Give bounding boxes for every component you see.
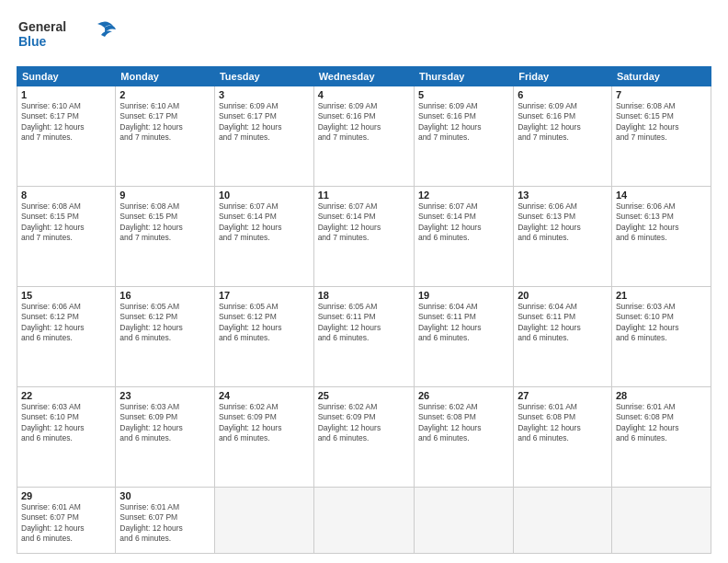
weekday-header-friday: Friday bbox=[514, 67, 612, 86]
day-number: 6 bbox=[518, 89, 608, 100]
calendar-cell: 20Sunrise: 6:04 AMSunset: 6:11 PMDayligh… bbox=[514, 287, 612, 387]
calendar-cell: 23Sunrise: 6:03 AMSunset: 6:09 PMDayligh… bbox=[116, 387, 215, 488]
calendar-week-2: 8Sunrise: 6:08 AMSunset: 6:15 PMDaylight… bbox=[17, 187, 711, 287]
calendar-cell bbox=[611, 488, 711, 554]
calendar-cell: 27Sunrise: 6:01 AMSunset: 6:08 PMDayligh… bbox=[514, 387, 612, 488]
calendar-cell: 1Sunrise: 6:10 AMSunset: 6:17 PMDaylight… bbox=[17, 86, 116, 187]
day-info: Sunrise: 6:10 AMSunset: 6:17 PMDaylight:… bbox=[21, 101, 111, 144]
header: General Blue bbox=[17, 17, 711, 59]
day-info: Sunrise: 6:06 AMSunset: 6:12 PMDaylight:… bbox=[21, 302, 111, 344]
calendar-cell: 28Sunrise: 6:01 AMSunset: 6:08 PMDayligh… bbox=[611, 387, 711, 488]
calendar-cell: 12Sunrise: 6:07 AMSunset: 6:14 PMDayligh… bbox=[414, 187, 513, 287]
day-info: Sunrise: 6:01 AMSunset: 6:08 PMDaylight:… bbox=[518, 402, 608, 444]
day-info: Sunrise: 6:09 AMSunset: 6:16 PMDaylight:… bbox=[518, 101, 608, 144]
day-number: 5 bbox=[418, 89, 509, 100]
calendar-week-5: 29Sunrise: 6:01 AMSunset: 6:07 PMDayligh… bbox=[17, 488, 711, 554]
day-number: 7 bbox=[616, 89, 707, 100]
day-info: Sunrise: 6:01 AMSunset: 6:07 PMDaylight:… bbox=[119, 502, 210, 545]
day-number: 24 bbox=[219, 390, 310, 401]
calendar-cell: 11Sunrise: 6:07 AMSunset: 6:14 PMDayligh… bbox=[313, 187, 414, 287]
day-number: 11 bbox=[318, 190, 410, 201]
calendar-cell bbox=[514, 488, 612, 554]
day-info: Sunrise: 6:09 AMSunset: 6:17 PMDaylight:… bbox=[219, 101, 310, 144]
day-number: 15 bbox=[21, 290, 111, 301]
day-number: 14 bbox=[616, 190, 707, 201]
calendar-cell: 25Sunrise: 6:02 AMSunset: 6:09 PMDayligh… bbox=[313, 387, 414, 488]
day-info: Sunrise: 6:05 AMSunset: 6:12 PMDaylight:… bbox=[219, 302, 310, 344]
day-info: Sunrise: 6:07 AMSunset: 6:14 PMDaylight:… bbox=[318, 201, 410, 244]
day-info: Sunrise: 6:09 AMSunset: 6:16 PMDaylight:… bbox=[318, 101, 410, 144]
weekday-header-monday: Monday bbox=[116, 67, 215, 86]
calendar-cell: 15Sunrise: 6:06 AMSunset: 6:12 PMDayligh… bbox=[17, 287, 116, 387]
calendar-cell: 22Sunrise: 6:03 AMSunset: 6:10 PMDayligh… bbox=[17, 387, 116, 488]
day-info: Sunrise: 6:08 AMSunset: 6:15 PMDaylight:… bbox=[616, 101, 707, 144]
day-info: Sunrise: 6:01 AMSunset: 6:08 PMDaylight:… bbox=[616, 402, 707, 444]
day-number: 21 bbox=[616, 290, 707, 301]
calendar-cell: 14Sunrise: 6:06 AMSunset: 6:13 PMDayligh… bbox=[611, 187, 711, 287]
calendar-cell: 30Sunrise: 6:01 AMSunset: 6:07 PMDayligh… bbox=[116, 488, 215, 554]
logo-text: General Blue bbox=[17, 17, 118, 59]
weekday-header-wednesday: Wednesday bbox=[313, 67, 414, 86]
day-number: 25 bbox=[318, 390, 410, 401]
day-info: Sunrise: 6:05 AMSunset: 6:11 PMDaylight:… bbox=[318, 302, 410, 344]
day-info: Sunrise: 6:01 AMSunset: 6:07 PMDaylight:… bbox=[21, 502, 111, 545]
calendar-header-row: SundayMondayTuesdayWednesdayThursdayFrid… bbox=[17, 67, 711, 86]
day-number: 26 bbox=[418, 390, 509, 401]
day-number: 20 bbox=[518, 290, 608, 301]
calendar-cell: 2Sunrise: 6:10 AMSunset: 6:17 PMDaylight… bbox=[116, 86, 215, 187]
day-info: Sunrise: 6:08 AMSunset: 6:15 PMDaylight:… bbox=[21, 201, 111, 244]
calendar-week-1: 1Sunrise: 6:10 AMSunset: 6:17 PMDaylight… bbox=[17, 86, 711, 187]
calendar-cell: 10Sunrise: 6:07 AMSunset: 6:14 PMDayligh… bbox=[214, 187, 313, 287]
weekday-header-saturday: Saturday bbox=[611, 67, 711, 86]
day-number: 12 bbox=[418, 190, 509, 201]
day-info: Sunrise: 6:08 AMSunset: 6:15 PMDaylight:… bbox=[119, 201, 210, 244]
day-number: 28 bbox=[616, 390, 707, 401]
day-info: Sunrise: 6:03 AMSunset: 6:10 PMDaylight:… bbox=[616, 302, 707, 344]
day-number: 29 bbox=[21, 490, 111, 501]
day-info: Sunrise: 6:05 AMSunset: 6:12 PMDaylight:… bbox=[119, 302, 210, 344]
day-number: 13 bbox=[518, 190, 608, 201]
day-info: Sunrise: 6:10 AMSunset: 6:17 PMDaylight:… bbox=[119, 101, 210, 144]
day-info: Sunrise: 6:03 AMSunset: 6:09 PMDaylight:… bbox=[119, 402, 210, 444]
day-number: 9 bbox=[119, 190, 210, 201]
day-info: Sunrise: 6:03 AMSunset: 6:10 PMDaylight:… bbox=[21, 402, 111, 444]
day-info: Sunrise: 6:07 AMSunset: 6:14 PMDaylight:… bbox=[219, 201, 310, 244]
svg-text:Blue: Blue bbox=[18, 34, 47, 49]
calendar-cell: 8Sunrise: 6:08 AMSunset: 6:15 PMDaylight… bbox=[17, 187, 116, 287]
day-number: 2 bbox=[119, 89, 210, 100]
day-info: Sunrise: 6:02 AMSunset: 6:09 PMDaylight:… bbox=[219, 402, 310, 444]
weekday-header-tuesday: Tuesday bbox=[214, 67, 313, 86]
calendar-cell: 9Sunrise: 6:08 AMSunset: 6:15 PMDaylight… bbox=[116, 187, 215, 287]
day-number: 8 bbox=[21, 190, 111, 201]
calendar-cell: 21Sunrise: 6:03 AMSunset: 6:10 PMDayligh… bbox=[611, 287, 711, 387]
calendar-cell: 6Sunrise: 6:09 AMSunset: 6:16 PMDaylight… bbox=[514, 86, 612, 187]
calendar-week-4: 22Sunrise: 6:03 AMSunset: 6:10 PMDayligh… bbox=[17, 387, 711, 488]
calendar-cell: 29Sunrise: 6:01 AMSunset: 6:07 PMDayligh… bbox=[17, 488, 116, 554]
calendar-cell: 5Sunrise: 6:09 AMSunset: 6:16 PMDaylight… bbox=[414, 86, 513, 187]
calendar-cell: 13Sunrise: 6:06 AMSunset: 6:13 PMDayligh… bbox=[514, 187, 612, 287]
day-number: 10 bbox=[219, 190, 310, 201]
calendar-cell: 24Sunrise: 6:02 AMSunset: 6:09 PMDayligh… bbox=[214, 387, 313, 488]
svg-text:General: General bbox=[18, 19, 66, 34]
day-info: Sunrise: 6:02 AMSunset: 6:08 PMDaylight:… bbox=[418, 402, 509, 444]
calendar-cell: 17Sunrise: 6:05 AMSunset: 6:12 PMDayligh… bbox=[214, 287, 313, 387]
day-info: Sunrise: 6:02 AMSunset: 6:09 PMDaylight:… bbox=[318, 402, 410, 444]
calendar-cell: 4Sunrise: 6:09 AMSunset: 6:16 PMDaylight… bbox=[313, 86, 414, 187]
calendar-cell bbox=[313, 488, 414, 554]
calendar-table: SundayMondayTuesdayWednesdayThursdayFrid… bbox=[17, 66, 711, 554]
calendar-cell: 19Sunrise: 6:04 AMSunset: 6:11 PMDayligh… bbox=[414, 287, 513, 387]
day-info: Sunrise: 6:09 AMSunset: 6:16 PMDaylight:… bbox=[418, 101, 509, 144]
day-number: 4 bbox=[318, 89, 410, 100]
day-info: Sunrise: 6:06 AMSunset: 6:13 PMDaylight:… bbox=[518, 201, 608, 244]
calendar-cell bbox=[414, 488, 513, 554]
day-number: 23 bbox=[119, 390, 210, 401]
day-number: 16 bbox=[119, 290, 210, 301]
day-number: 18 bbox=[318, 290, 410, 301]
weekday-header-sunday: Sunday bbox=[17, 67, 116, 86]
day-number: 19 bbox=[418, 290, 509, 301]
day-number: 30 bbox=[119, 490, 210, 501]
day-number: 27 bbox=[518, 390, 608, 401]
logo: General Blue bbox=[17, 17, 118, 59]
calendar-cell: 16Sunrise: 6:05 AMSunset: 6:12 PMDayligh… bbox=[116, 287, 215, 387]
day-info: Sunrise: 6:04 AMSunset: 6:11 PMDaylight:… bbox=[418, 302, 509, 344]
